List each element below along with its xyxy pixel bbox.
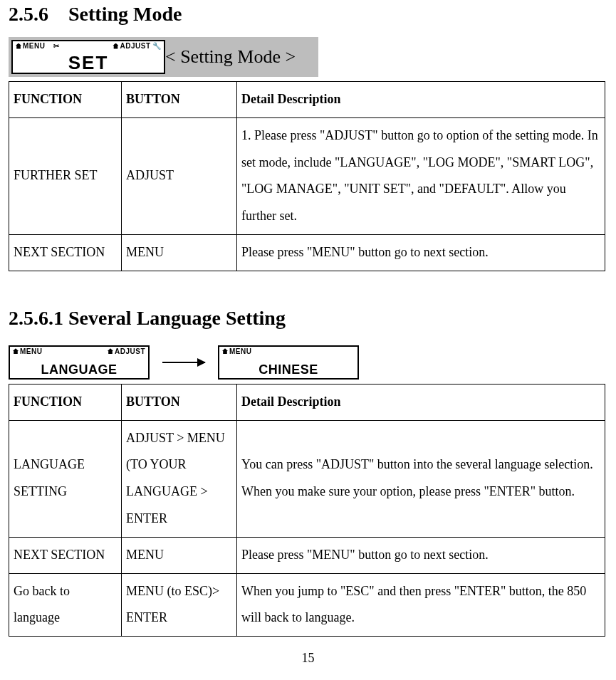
- lcd-menu-label: MENU: [229, 347, 251, 355]
- cell-button: ADJUST > MENU (TO YOUR LANGUAGE > ENTER: [122, 420, 237, 537]
- lcd-top-bar: MENU ADJUST: [10, 347, 148, 355]
- lcd-menu-label: MENU: [20, 347, 42, 355]
- cell-button: MENU (to ESC)> ENTER: [122, 573, 237, 637]
- cell-function: FURTHER SET: [9, 117, 122, 234]
- th-function: FUNCTION: [9, 82, 122, 118]
- table-row: FURTHER SET ADJUST 1. Please press "ADJU…: [9, 117, 605, 234]
- cell-detail: You can press "ADJUST" button into the s…: [237, 420, 605, 537]
- th-button: BUTTON: [122, 82, 237, 118]
- house-icon: [108, 348, 113, 354]
- table-row: NEXT SECTION MENU Please press "MENU" bu…: [9, 234, 605, 271]
- section-number: 2.5.6: [9, 3, 48, 25]
- tool-icon: ✂: [53, 43, 60, 50]
- cell-function: Go back to language: [9, 573, 122, 637]
- table-language-setting: FUNCTION BUTTON Detail Description LANGU…: [9, 384, 605, 637]
- house-icon: [222, 348, 228, 354]
- cell-button: ADJUST: [122, 117, 237, 234]
- house-icon: [16, 43, 21, 49]
- cell-function: LANGUAGE SETTING: [9, 420, 122, 537]
- lcd-screen-chinese: MENU CHINESE: [218, 345, 359, 380]
- cell-function: NEXT SECTION: [9, 234, 122, 271]
- lcd-top-bar: MENU ✂ ADJUST 🔧: [13, 41, 164, 50]
- cell-detail: 1. Please press "ADJUST" button go to op…: [237, 117, 605, 234]
- cell-function: NEXT SECTION: [9, 537, 122, 573]
- section-title: Setting Mode: [68, 3, 182, 25]
- page-number: 15: [0, 651, 616, 666]
- cell-button: MENU: [122, 234, 237, 271]
- table-header-row: FUNCTION BUTTON Detail Description: [9, 384, 605, 420]
- lcd-container: MENU ✂ ADJUST 🔧 SET < Setting Mode >: [9, 37, 318, 77]
- lcd-adjust-label: ADJUST: [115, 347, 145, 355]
- lcd-screen-language: MENU ADJUST LANGUAGE: [9, 345, 150, 380]
- th-button: BUTTON: [122, 384, 237, 420]
- cell-detail: Please press "MENU" button go to next se…: [237, 537, 605, 573]
- lcd-caption: < Setting Mode >: [165, 46, 296, 68]
- table-row: NEXT SECTION MENU Please press "MENU" bu…: [9, 537, 605, 573]
- house-icon: [13, 348, 19, 354]
- table-setting-mode: FUNCTION BUTTON Detail Description FURTH…: [9, 81, 605, 271]
- wrench-icon: 🔧: [152, 43, 162, 50]
- house-icon: [113, 43, 118, 49]
- section-heading-256: 2.5.6Setting Mode: [9, 0, 607, 37]
- lcd-menu-label: MENU: [23, 42, 45, 50]
- cell-detail: When you jump to "ESC" and then press "E…: [237, 573, 605, 637]
- lcd-main-text: SET: [13, 53, 164, 73]
- th-detail: Detail Description: [237, 384, 605, 420]
- table-row: LANGUAGE SETTING ADJUST > MENU (TO YOUR …: [9, 420, 605, 537]
- section-heading-2561: 2.5.6.1 Several Language Setting: [9, 307, 607, 330]
- table-header-row: FUNCTION BUTTON Detail Description: [9, 82, 605, 118]
- lcd-adjust-label: ADJUST: [120, 42, 150, 50]
- th-function: FUNCTION: [9, 384, 122, 420]
- lcd-top-bar: MENU: [219, 347, 357, 355]
- cell-detail: Please press "MENU" button go to next se…: [237, 234, 605, 271]
- lcd-row-set: MENU ✂ ADJUST 🔧 SET < Setting Mode >: [9, 37, 607, 77]
- lcd-row-language: MENU ADJUST LANGUAGE MENU CHINESE: [9, 345, 607, 380]
- lcd-main-text: CHINESE: [219, 363, 357, 378]
- cell-button: MENU: [122, 537, 237, 573]
- th-detail: Detail Description: [237, 82, 605, 118]
- arrow-icon: [162, 362, 205, 363]
- lcd-screen-set: MENU ✂ ADJUST 🔧 SET: [11, 40, 165, 74]
- lcd-main-text: LANGUAGE: [10, 363, 148, 378]
- table-row: Go back to language MENU (to ESC)> ENTER…: [9, 573, 605, 637]
